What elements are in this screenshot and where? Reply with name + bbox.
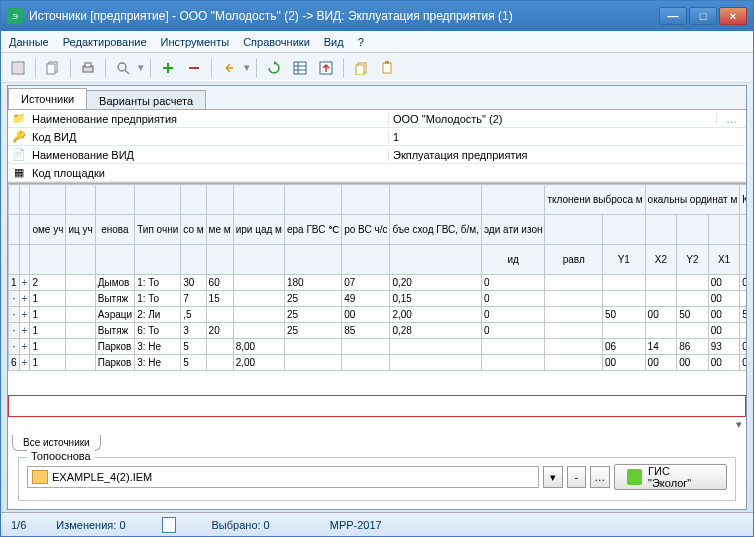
- menu-references[interactable]: Справочники: [243, 36, 310, 48]
- column-subheader[interactable]: [233, 245, 284, 275]
- column-subheader[interactable]: X2: [645, 245, 677, 275]
- expand-icon[interactable]: +: [19, 291, 30, 307]
- topo-clear-button[interactable]: -: [567, 466, 587, 488]
- column-subheader[interactable]: [135, 245, 181, 275]
- save-icon[interactable]: [7, 57, 29, 79]
- close-button[interactable]: ×: [719, 7, 747, 25]
- bottom-tab-all[interactable]: Все источники: [12, 435, 101, 451]
- column-header[interactable]: ера ГВС ℃: [284, 215, 341, 245]
- column-header[interactable]: ме м: [206, 215, 233, 245]
- table-icon[interactable]: [289, 57, 311, 79]
- expand-icon[interactable]: +: [19, 307, 30, 323]
- search-icon[interactable]: [112, 57, 134, 79]
- column-header[interactable]: со м: [181, 215, 206, 245]
- topo-dropdown-button[interactable]: ▾: [543, 466, 563, 488]
- column-group-header[interactable]: [181, 185, 206, 215]
- column-subheader[interactable]: [9, 245, 20, 275]
- column-group-header[interactable]: [233, 185, 284, 215]
- column-subheader[interactable]: ид: [481, 245, 545, 275]
- column-group-header[interactable]: Координаты в основной системе, м: [740, 185, 746, 215]
- info-ellipsis[interactable]: …: [716, 113, 746, 125]
- column-group-header[interactable]: тклонени выброса м: [545, 185, 645, 215]
- column-header[interactable]: енова: [95, 215, 134, 245]
- table-row[interactable]: ·+1Парков3: Не58,00061486930614861рас955…: [9, 339, 747, 355]
- print-icon[interactable]: [77, 57, 99, 79]
- menu-help[interactable]: ?: [358, 36, 364, 48]
- info-value[interactable]: Экплуатация предприятия: [388, 149, 716, 161]
- expand-icon[interactable]: +: [19, 339, 30, 355]
- column-subheader[interactable]: [95, 245, 134, 275]
- menu-edit[interactable]: Редактирование: [63, 36, 147, 48]
- edit-strip[interactable]: [8, 395, 746, 417]
- column-subheader[interactable]: [342, 245, 390, 275]
- column-header[interactable]: [677, 215, 709, 245]
- column-header[interactable]: ро ВС ч/с: [342, 215, 390, 245]
- column-subheader[interactable]: [206, 245, 233, 275]
- column-subheader[interactable]: [284, 245, 341, 275]
- minimize-button[interactable]: —: [659, 7, 687, 25]
- column-header[interactable]: [645, 215, 677, 245]
- column-header[interactable]: [603, 215, 646, 245]
- column-header[interactable]: [708, 215, 740, 245]
- column-header[interactable]: [740, 215, 746, 245]
- table-row[interactable]: 6+1Парков3: Не52,00000000000000001рас955…: [9, 355, 747, 371]
- topo-browse-button[interactable]: …: [590, 466, 610, 488]
- tab-variants[interactable]: Варианты расчета: [86, 90, 206, 109]
- data-grid[interactable]: тклонени выброса мокальны ординат мКоорд…: [8, 183, 746, 394]
- menu-data[interactable]: Данные: [9, 36, 49, 48]
- info-value[interactable]: 1: [388, 131, 716, 143]
- column-group-header[interactable]: [19, 185, 30, 215]
- search-dropdown-icon[interactable]: ▾: [138, 61, 144, 74]
- column-group-header[interactable]: [95, 185, 134, 215]
- paste-icon[interactable]: [376, 57, 398, 79]
- column-subheader[interactable]: [19, 245, 30, 275]
- maximize-button[interactable]: □: [689, 7, 717, 25]
- column-subheader[interactable]: [181, 245, 206, 275]
- column-group-header[interactable]: [30, 185, 66, 215]
- column-subheader[interactable]: Y2: [677, 245, 709, 275]
- column-group-header[interactable]: окальны ординат м: [645, 185, 740, 215]
- column-group-header[interactable]: [342, 185, 390, 215]
- table-row[interactable]: ·+1Вытяж1: То71525490,15000001рас3490501…: [9, 291, 747, 307]
- table-row[interactable]: ·+1Аэраци2: Ли,525002,000500050005000501…: [9, 307, 747, 323]
- column-group-header[interactable]: [390, 185, 482, 215]
- topo-path-input[interactable]: EXAMPLE_4(2).IEM: [27, 466, 539, 488]
- menu-tools[interactable]: Инструменты: [161, 36, 230, 48]
- column-group-header[interactable]: [284, 185, 341, 215]
- undo-dropdown-icon[interactable]: ▾: [244, 61, 250, 74]
- remove-icon[interactable]: [183, 57, 205, 79]
- column-subheader[interactable]: равл: [545, 245, 603, 275]
- column-header[interactable]: бъе сход ГВС, б/м,: [390, 215, 482, 245]
- copy-icon[interactable]: [42, 57, 64, 79]
- gis-button[interactable]: ГИС "Эколог": [614, 464, 728, 490]
- column-header[interactable]: Тип очни: [135, 215, 181, 245]
- column-subheader[interactable]: Y1: [740, 245, 746, 275]
- column-subheader[interactable]: [66, 245, 95, 275]
- expand-icon[interactable]: +: [19, 355, 30, 371]
- column-header[interactable]: иц уч: [66, 215, 95, 245]
- strip-dropdown-icon[interactable]: ▾: [8, 418, 746, 431]
- menu-view[interactable]: Вид: [324, 36, 344, 48]
- titlebar[interactable]: Э Источники [предприятие] - ООО "Молодос…: [1, 1, 753, 31]
- table-row[interactable]: 1+2Дымов1: То3060180070,20000001рас01455…: [9, 275, 747, 291]
- add-icon[interactable]: [157, 57, 179, 79]
- column-header[interactable]: [19, 215, 30, 245]
- column-group-header[interactable]: [9, 185, 20, 215]
- column-header[interactable]: эди ати изон: [481, 215, 545, 245]
- column-header[interactable]: оме уч: [30, 215, 66, 245]
- export-icon[interactable]: [315, 57, 337, 79]
- refresh-icon[interactable]: [263, 57, 285, 79]
- info-value[interactable]: ООО "Молодость" (2): [388, 113, 716, 125]
- tab-sources[interactable]: Источники: [8, 88, 87, 109]
- column-subheader[interactable]: [390, 245, 482, 275]
- column-header[interactable]: [545, 215, 603, 245]
- column-subheader[interactable]: X1: [708, 245, 740, 275]
- column-header[interactable]: [9, 215, 20, 245]
- undo-icon[interactable]: [218, 57, 240, 79]
- column-subheader[interactable]: [30, 245, 66, 275]
- expand-icon[interactable]: +: [19, 275, 30, 291]
- column-group-header[interactable]: [135, 185, 181, 215]
- column-subheader[interactable]: Y1: [603, 245, 646, 275]
- column-group-header[interactable]: [206, 185, 233, 215]
- expand-icon[interactable]: +: [19, 323, 30, 339]
